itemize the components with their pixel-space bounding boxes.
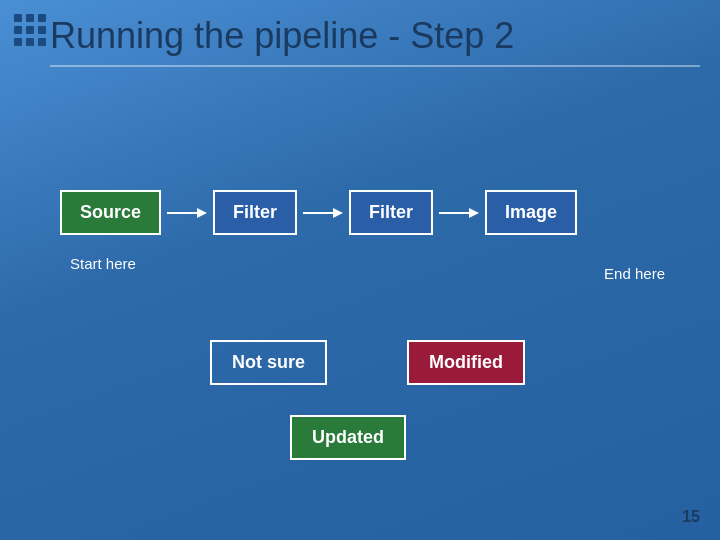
slide: Running the pipeline - Step 2 Source Fil… [0,0,720,540]
modified-box: Modified [407,340,525,385]
label-end: End here [604,265,665,282]
updated-row: Updated [60,415,680,460]
title-section: Running the pipeline - Step 2 [50,14,700,67]
slide-title: Running the pipeline - Step 2 [50,14,700,57]
arrow-1 [161,203,213,223]
arrow-2 [297,203,349,223]
dots-grid [14,14,46,46]
updated-box: Updated [290,415,406,460]
svg-marker-1 [197,208,207,218]
image-box: Image [485,190,577,235]
filter2-box: Filter [349,190,433,235]
filter1-box: Filter [213,190,297,235]
arrow-3 [433,203,485,223]
svg-marker-5 [469,208,479,218]
source-box: Source [60,190,161,235]
title-divider [50,65,700,67]
page-number: 15 [682,508,700,526]
svg-marker-3 [333,208,343,218]
not-sure-box: Not sure [210,340,327,385]
pipeline-row: Source Filter Filter Image [60,190,680,235]
status-row: Not sure Modified [60,340,680,385]
label-start: Start here [70,255,136,272]
